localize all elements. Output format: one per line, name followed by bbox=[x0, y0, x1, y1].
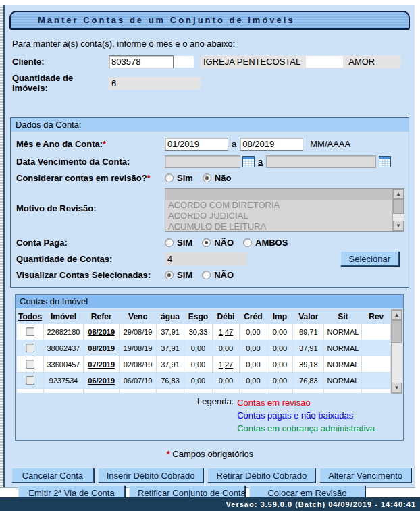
table-row: 33600457 07/2019 02/08/19 37,91 0,00 1,2… bbox=[17, 356, 390, 372]
legend-label: Legenda: bbox=[197, 396, 234, 435]
required-asterisk: * bbox=[147, 173, 151, 183]
cell-agua: 37,91 bbox=[157, 324, 184, 340]
redaction-patch bbox=[174, 56, 194, 68]
cell-imp: 0,00 bbox=[267, 324, 293, 340]
debito-link[interactable]: 1,47 bbox=[219, 328, 233, 336]
cell-debi: 0,00 bbox=[213, 373, 239, 388]
scroll-up-icon[interactable]: ▲ bbox=[393, 189, 404, 199]
left-edge-decoration bbox=[0, 5, 5, 487]
cell-esgo: 0,00 bbox=[184, 373, 212, 388]
col-rev: Rev bbox=[362, 310, 390, 323]
form-panel: Manter Contas de um Conjunto de Imóveis … bbox=[0, 5, 415, 488]
col-esgo: Esgo bbox=[184, 310, 212, 323]
paga-nao-label: NÃO bbox=[214, 238, 234, 248]
cell-venc: 06/07/19 bbox=[120, 373, 155, 388]
cliente-label: Cliente: bbox=[12, 57, 109, 67]
motivo-scrollbar[interactable]: ▲ ▼ bbox=[392, 189, 404, 231]
paga-ambos-radio[interactable] bbox=[243, 238, 252, 247]
cell-valor: 37,91 bbox=[293, 340, 323, 356]
table-row: 38062437 08/2019 19/08/19 37,91 0,00 0,0… bbox=[17, 340, 390, 356]
visualizar-sim-label: SIM bbox=[177, 270, 192, 280]
visualizar-sim-radio[interactable] bbox=[165, 271, 174, 279]
cell-agua: 37,91 bbox=[157, 356, 184, 372]
row-checkbox[interactable] bbox=[26, 360, 34, 369]
cell-debi: 0,00 bbox=[213, 340, 239, 356]
todos-select-all-link[interactable]: Todos bbox=[18, 312, 42, 321]
debito-link[interactable]: 1,27 bbox=[219, 360, 233, 369]
cell-imp: 0,00 bbox=[267, 340, 293, 356]
row-checkbox[interactable] bbox=[26, 344, 34, 352]
scroll-thumb[interactable] bbox=[392, 320, 402, 343]
cliente-name-part1: IGREJA PENTECOSTAL bbox=[203, 57, 300, 67]
table-row: 22682180 08/2019 29/08/19 37,91 30,33 1,… bbox=[17, 324, 390, 340]
considerar-nao-radio[interactable] bbox=[203, 173, 211, 182]
table-scrollbar[interactable]: ▲ ▼ bbox=[391, 309, 402, 394]
cell-agua: 37,91 bbox=[157, 340, 184, 356]
row-checkbox[interactable] bbox=[26, 327, 34, 336]
cell-imovel: 33600457 bbox=[44, 356, 83, 372]
selecionar-button[interactable]: Selecionar bbox=[340, 251, 399, 266]
considerar-sim-label: Sim bbox=[177, 173, 193, 183]
calendar-icon[interactable] bbox=[379, 156, 391, 167]
qtd-imoveis-field: 6 bbox=[109, 77, 201, 90]
cell-esgo: 30,33 bbox=[184, 324, 212, 340]
cell-cred: 0,00 bbox=[240, 356, 267, 372]
retirar-debito-cobrado-button[interactable]: Retirar Débito Cobrado bbox=[207, 468, 315, 483]
paga-ambos-label: AMBOS bbox=[255, 238, 288, 248]
qtd-contas-value: 4 bbox=[167, 254, 172, 264]
page-title: Manter Contas de um Conjunto de Imóveis bbox=[9, 11, 410, 30]
considerar-nao-label: Não bbox=[215, 173, 232, 183]
mes-ano-ate-input[interactable] bbox=[240, 138, 303, 151]
legend: Legenda: Contas em revisão Contas pagas … bbox=[16, 394, 403, 440]
cell-rev bbox=[362, 324, 390, 340]
refer-link[interactable]: 06/2019 bbox=[88, 377, 115, 385]
motivo-option-blank[interactable] bbox=[165, 189, 392, 200]
cliente-code-input[interactable] bbox=[109, 55, 174, 68]
intro-text: Para manter a(s) conta(s), informe o mês… bbox=[12, 38, 411, 49]
scroll-down-icon[interactable]: ▼ bbox=[393, 221, 404, 231]
cell-valor: 69,71 bbox=[293, 324, 323, 340]
motivo-option[interactable]: ACORDO JUDICIAL bbox=[165, 211, 392, 221]
cell-rev bbox=[362, 356, 390, 372]
row-checkbox[interactable] bbox=[26, 376, 34, 385]
venc-label: Data Vencimento da Conta: bbox=[16, 157, 165, 167]
paga-sim-radio[interactable] bbox=[165, 238, 174, 247]
motivo-option[interactable]: ACORDO COM DIRETORIA bbox=[165, 200, 392, 211]
motivo-listbox[interactable]: ACORDO COM DIRETORIA ACORDO JUDICIAL ACU… bbox=[165, 188, 404, 232]
venc-de-field bbox=[165, 155, 240, 168]
alterar-vencimento-button[interactable]: Alterar Vencimento bbox=[319, 468, 411, 483]
formato-hint: MM/AAAA bbox=[310, 139, 350, 149]
cell-rev bbox=[362, 373, 390, 388]
mes-ano-label: Mês e Ano da Conta:* bbox=[16, 139, 165, 149]
mes-ano-de-input[interactable] bbox=[165, 138, 228, 151]
table-header-row: Todos Imóvel Refer Venc água Esgo Débi C… bbox=[17, 310, 390, 323]
cell-sit: NORMAL bbox=[324, 340, 361, 356]
col-sit: Sit bbox=[324, 310, 361, 323]
table-row-partial bbox=[17, 389, 390, 393]
cell-venc: 29/08/19 bbox=[120, 324, 155, 340]
redaction-patch bbox=[306, 56, 343, 68]
refer-link[interactable]: 07/2019 bbox=[88, 360, 115, 369]
inserir-debito-cobrado-button[interactable]: Inserir Débito Cobrado bbox=[98, 468, 204, 483]
col-venc: Venc bbox=[120, 310, 155, 323]
scroll-down-icon[interactable]: ▼ bbox=[392, 383, 402, 393]
motivo-option[interactable]: ACUMULO DE LEITURA bbox=[165, 221, 392, 231]
cliente-name-part2: AMOR bbox=[348, 57, 375, 67]
legend-contas-pagas: Contas pagas e não baixadas bbox=[237, 409, 375, 422]
cancelar-conta-button[interactable]: Cancelar Conta bbox=[11, 468, 94, 483]
scroll-thumb[interactable] bbox=[393, 199, 404, 214]
sep-a: a bbox=[258, 157, 263, 167]
paga-sim-label: SIM bbox=[177, 238, 192, 248]
col-valor: Valor bbox=[293, 310, 323, 323]
qtd-imoveis-value: 6 bbox=[111, 78, 116, 88]
cell-cred: 0,00 bbox=[240, 340, 267, 356]
paga-nao-radio[interactable] bbox=[202, 238, 211, 247]
visualizar-nao-label: NÃO bbox=[214, 270, 234, 280]
visualizar-nao-radio[interactable] bbox=[202, 271, 211, 279]
calendar-icon[interactable] bbox=[242, 156, 255, 167]
considerar-sim-radio[interactable] bbox=[165, 173, 174, 182]
refer-link[interactable]: 08/2019 bbox=[88, 328, 115, 336]
scroll-up-icon[interactable]: ▲ bbox=[392, 310, 402, 320]
cell-valor: 76,83 bbox=[293, 373, 323, 388]
refer-link[interactable]: 08/2019 bbox=[88, 344, 115, 352]
